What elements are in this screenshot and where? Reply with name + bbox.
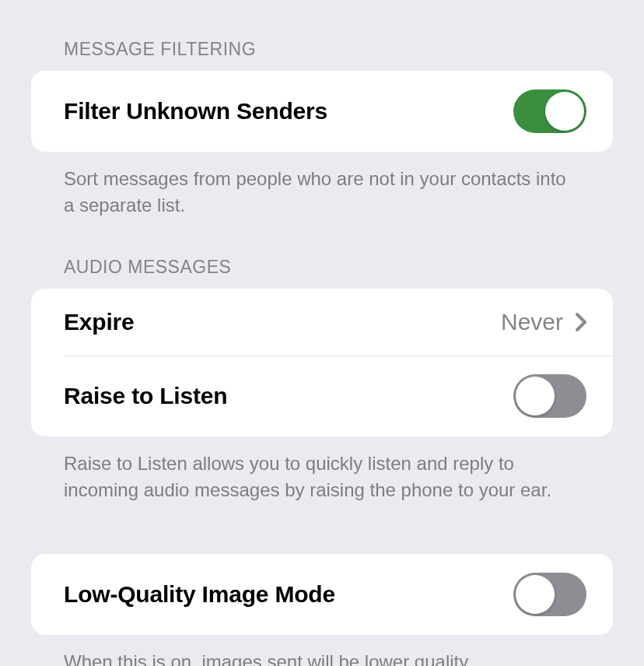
section-footer-audio-messages: Raise to Listen allows you to quickly li… — [31, 436, 613, 503]
expire-label: Expire — [64, 309, 501, 335]
filter-unknown-senders-label: Filter Unknown Senders — [64, 98, 513, 124]
group-image-mode: Low-Quality Image Mode — [31, 554, 613, 635]
section-footer-message-filtering: Sort messages from people who are not in… — [31, 152, 613, 218]
filter-unknown-senders-switch[interactable] — [513, 89, 586, 133]
section-header-message-filtering: MESSAGE FILTERING — [31, 0, 613, 71]
expire-value: Never — [501, 309, 563, 335]
low-quality-image-mode-label: Low-Quality Image Mode — [64, 581, 513, 608]
row-filter-unknown-senders[interactable]: Filter Unknown Senders — [31, 71, 613, 152]
group-audio-messages: Expire Never Raise to Listen — [31, 289, 613, 436]
row-low-quality-image-mode[interactable]: Low-Quality Image Mode — [31, 554, 613, 635]
group-message-filtering: Filter Unknown Senders — [31, 71, 613, 152]
section-footer-image-mode: When this is on, images sent will be low… — [31, 635, 613, 666]
raise-to-listen-switch[interactable] — [513, 374, 586, 418]
section-header-audio-messages: AUDIO MESSAGES — [31, 218, 613, 289]
switch-knob-icon — [545, 92, 584, 131]
row-raise-to-listen[interactable]: Raise to Listen — [31, 356, 613, 436]
low-quality-image-mode-switch[interactable] — [513, 573, 586, 616]
switch-knob-icon — [516, 377, 555, 415]
row-expire[interactable]: Expire Never — [31, 289, 613, 356]
raise-to-listen-label: Raise to Listen — [64, 383, 513, 409]
switch-knob-icon — [516, 575, 555, 614]
chevron-right-icon — [576, 313, 586, 331]
